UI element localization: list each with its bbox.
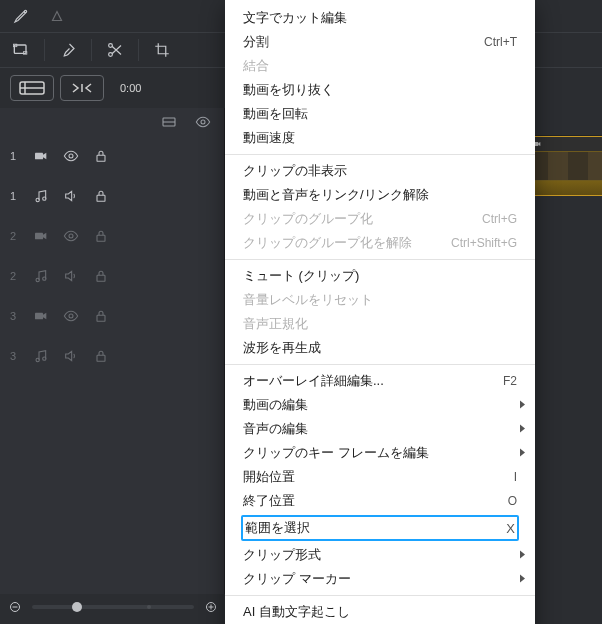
menu-item-shortcut: O — [508, 494, 517, 508]
menu-item[interactable]: クリップの非表示 — [225, 159, 535, 183]
svg-rect-21 — [35, 233, 43, 240]
track-lock-toggle[interactable] — [90, 185, 112, 207]
menu-item-label: 動画と音声をリンク/リンク解除 — [243, 186, 517, 204]
menu-item[interactable]: 動画の編集 — [225, 393, 535, 417]
track-lock-toggle[interactable] — [90, 225, 112, 247]
menu-item-shortcut: Ctrl+G — [482, 212, 517, 226]
menu-item[interactable]: 動画を回転 — [225, 102, 535, 126]
timeline-mode-trim-button[interactable] — [60, 75, 104, 101]
menu-item[interactable]: 開始位置I — [225, 465, 535, 489]
track-lock-toggle[interactable] — [90, 305, 112, 327]
svg-rect-32 — [97, 355, 105, 361]
svg-rect-26 — [97, 275, 105, 281]
submenu-arrow-icon — [519, 398, 527, 413]
menu-item[interactable]: 分割Ctrl+T — [225, 30, 535, 54]
svg-rect-15 — [35, 153, 43, 160]
submenu-arrow-icon — [519, 422, 527, 437]
svg-rect-1 — [14, 45, 26, 53]
menu-item-label: 分割 — [243, 33, 474, 51]
clip-waveform — [528, 181, 602, 196]
track-video-1[interactable]: 1 — [0, 136, 224, 176]
zoom-slider[interactable] — [8, 600, 218, 614]
menu-item[interactable]: 終了位置O — [225, 489, 535, 513]
marker-tool-icon[interactable] — [10, 5, 32, 27]
context-menu: 文字でカット編集分割Ctrl+T結合動画を切り抜く動画を回転動画速度クリップの非… — [225, 0, 535, 624]
menu-item-label: クリップ形式 — [243, 546, 517, 564]
track-visibility-toggle[interactable] — [60, 225, 82, 247]
track-number: 2 — [10, 270, 22, 282]
timeline-mode-list-button[interactable] — [10, 75, 54, 101]
menu-item[interactable]: 動画を切り抜く — [225, 78, 535, 102]
track-type-icon — [30, 225, 52, 247]
menu-item-label: 音声の編集 — [243, 420, 517, 438]
svg-rect-12 — [163, 118, 175, 126]
track-mute-toggle[interactable] — [60, 345, 82, 367]
menu-item[interactable]: 音声の編集 — [225, 417, 535, 441]
menu-item-label: 文字でカット編集 — [243, 9, 517, 27]
track-lock-toggle[interactable] — [90, 345, 112, 367]
zoom-in-button[interactable] — [204, 600, 218, 614]
svg-point-22 — [69, 234, 73, 238]
svg-point-19 — [43, 197, 46, 200]
ruler-start-time: 0:00 — [120, 82, 141, 94]
track-number: 1 — [10, 190, 22, 202]
track-type-icon — [30, 145, 52, 167]
shape-tool-icon[interactable] — [46, 5, 68, 27]
menu-item-label: 音量レベルをリセット — [243, 291, 517, 309]
cut-tool-icon[interactable] — [104, 39, 126, 61]
menu-item-label: AI 自動文字起こし — [243, 603, 517, 621]
menu-item[interactable]: 文字でカット編集 — [225, 6, 535, 30]
menu-item[interactable]: 動画速度 — [225, 126, 535, 150]
menu-item-highlighted[interactable]: 範囲を選択X — [241, 515, 519, 541]
menu-item[interactable]: 波形を再生成 — [225, 336, 535, 360]
track-video-3[interactable]: 3 — [0, 296, 224, 336]
track-type-icon — [30, 305, 52, 327]
svg-rect-3 — [24, 52, 27, 55]
menu-item[interactable]: クリップのキー フレームを編集 — [225, 441, 535, 465]
track-audio-2[interactable]: 2 — [0, 256, 224, 296]
track-eye-icon[interactable] — [192, 111, 214, 133]
menu-item-label: クリップのグループ化を解除 — [243, 234, 441, 252]
svg-point-16 — [69, 154, 73, 158]
svg-point-24 — [36, 278, 39, 281]
menu-item-label: クリップのグループ化 — [243, 210, 472, 228]
track-lock-toggle[interactable] — [90, 265, 112, 287]
menu-item[interactable]: オーバーレイ詳細編集...F2 — [225, 369, 535, 393]
svg-rect-27 — [35, 313, 43, 320]
svg-rect-2 — [14, 44, 17, 47]
menu-item[interactable]: AI 自動文字起こし — [225, 600, 535, 624]
crop-tool-icon[interactable] — [151, 39, 173, 61]
zoom-track[interactable] — [32, 605, 194, 609]
svg-point-18 — [36, 198, 39, 201]
menu-item: 音量レベルをリセット — [225, 288, 535, 312]
track-lock-toggle[interactable] — [90, 145, 112, 167]
track-video-2[interactable]: 2 — [0, 216, 224, 256]
menu-item[interactable]: ミュート (クリップ) — [225, 264, 535, 288]
track-mute-toggle[interactable] — [60, 185, 82, 207]
menu-item[interactable]: クリップ マーカー — [225, 567, 535, 591]
svg-point-14 — [201, 120, 205, 124]
menu-item-label: 動画を切り抜く — [243, 81, 517, 99]
submenu-arrow-icon — [519, 446, 527, 461]
svg-point-5 — [109, 44, 113, 48]
menu-item[interactable]: 動画と音声をリンク/リンク解除 — [225, 183, 535, 207]
menu-item-label: 開始位置 — [243, 468, 504, 486]
menu-item[interactable]: クリップ形式 — [225, 543, 535, 567]
track-visibility-toggle[interactable] — [60, 145, 82, 167]
select-tool-icon[interactable] — [10, 39, 32, 61]
menu-item-label: オーバーレイ詳細編集... — [243, 372, 493, 390]
track-mute-toggle[interactable] — [60, 265, 82, 287]
submenu-arrow-icon — [519, 548, 527, 563]
menu-item-label: ミュート (クリップ) — [243, 267, 517, 285]
track-audio-3[interactable]: 3 — [0, 336, 224, 376]
track-visibility-toggle[interactable] — [60, 305, 82, 327]
brush-tool-icon[interactable] — [57, 39, 79, 61]
svg-rect-23 — [97, 235, 105, 241]
menu-item-label: 動画を回転 — [243, 105, 517, 123]
clip-thumbnails — [528, 151, 602, 181]
zoom-out-button[interactable] — [8, 600, 22, 614]
track-visual-mode-icon[interactable] — [158, 111, 180, 133]
track-audio-1[interactable]: 1 — [0, 176, 224, 216]
clip-1[interactable] — [527, 136, 602, 196]
menu-item-shortcut: Ctrl+T — [484, 35, 517, 49]
